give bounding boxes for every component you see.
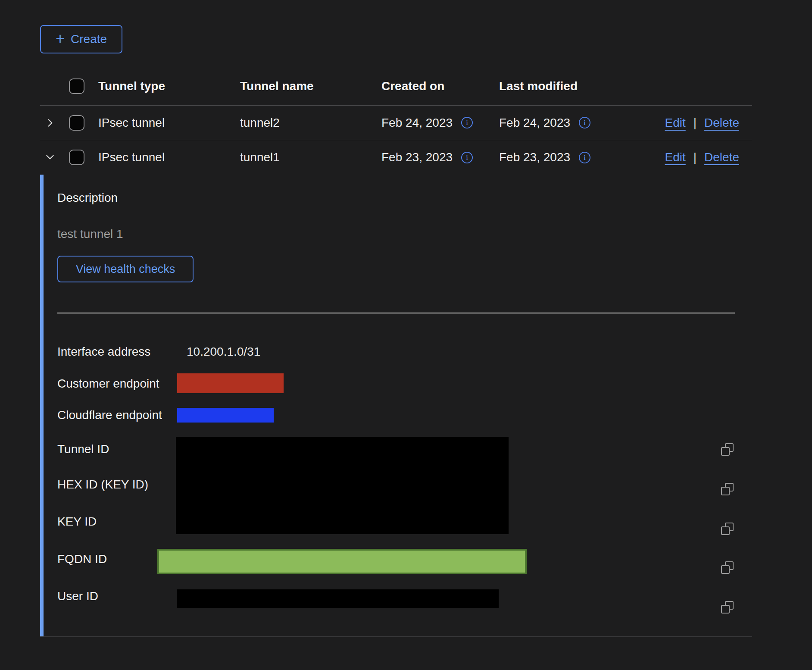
- interface-address-label: Interface address: [57, 344, 150, 359]
- action-separator: |: [693, 116, 696, 130]
- view-health-checks-button[interactable]: View health checks: [57, 256, 194, 282]
- key-id-label: KEY ID: [57, 514, 97, 529]
- row-checkbox-tunnel1[interactable]: [69, 150, 84, 165]
- panel-bottom-divider: [40, 636, 752, 637]
- customer-endpoint-label: Customer endpoint: [57, 376, 159, 391]
- create-button-label: Create: [71, 32, 107, 46]
- cell-tunnel-type: IPsec tunnel: [98, 116, 240, 130]
- expanded-row-accent-bar: [40, 175, 44, 637]
- cell-tunnel-name: tunnel2: [240, 116, 381, 130]
- plus-icon: +: [56, 31, 65, 47]
- interface-address-value: 10.200.1.0/31: [187, 344, 260, 359]
- delete-link-tunnel2[interactable]: Delete: [704, 116, 739, 130]
- section-divider: [57, 313, 735, 313]
- header-tunnel-name: Tunnel name: [240, 79, 381, 93]
- copy-icon-hex-id[interactable]: [721, 483, 734, 496]
- header-tunnel-type: Tunnel type: [98, 79, 240, 93]
- copy-icon-key-id[interactable]: [721, 523, 734, 536]
- customer-endpoint-redacted-value: [177, 373, 284, 393]
- copy-icon-user-id[interactable]: [721, 601, 734, 614]
- table-header-row: Tunnel type Tunnel name Created on Last …: [40, 67, 752, 106]
- cell-last-modified: Feb 23, 2023: [499, 150, 570, 164]
- ids-redacted-value: [176, 437, 509, 534]
- fqdn-id-redacted-value: [157, 549, 527, 574]
- cell-created-on: Feb 23, 2023: [381, 150, 453, 164]
- create-button[interactable]: + Create: [40, 25, 122, 53]
- header-last-modified: Last modified: [499, 79, 654, 93]
- user-id-redacted-value: [177, 589, 499, 608]
- user-id-label: User ID: [57, 589, 98, 604]
- select-all-checkbox[interactable]: [69, 78, 84, 94]
- edit-link-tunnel1[interactable]: Edit: [665, 150, 686, 164]
- chevron-right-icon[interactable]: [44, 117, 56, 128]
- cell-tunnel-type: IPsec tunnel: [98, 150, 240, 164]
- info-icon[interactable]: i: [579, 117, 590, 128]
- header-created-on: Created on: [381, 79, 499, 93]
- table-row-tunnel1: IPsec tunnel tunnel1 Feb 23, 2023 i Feb …: [40, 140, 752, 175]
- tunnel-detail-panel: Description test tunnel 1 View health ch…: [40, 175, 752, 637]
- action-separator: |: [693, 150, 696, 164]
- row-checkbox-tunnel2[interactable]: [69, 115, 84, 131]
- tunnel-id-label: Tunnel ID: [57, 442, 109, 457]
- cloudflare-endpoint-redacted-value: [177, 408, 274, 423]
- edit-link-tunnel2[interactable]: Edit: [665, 116, 686, 130]
- chevron-down-icon[interactable]: [44, 152, 56, 163]
- info-icon[interactable]: i: [461, 152, 473, 163]
- info-icon[interactable]: i: [579, 152, 590, 163]
- cloudflare-endpoint-label: Cloudflare endpoint: [57, 408, 162, 423]
- info-icon[interactable]: i: [461, 117, 473, 128]
- cell-created-on: Feb 24, 2023: [381, 116, 453, 130]
- table-row-tunnel2: IPsec tunnel tunnel2 Feb 24, 2023 i Feb …: [40, 106, 752, 140]
- fqdn-id-label: FQDN ID: [57, 552, 107, 567]
- cell-tunnel-name: tunnel1: [240, 150, 381, 164]
- copy-icon-tunnel-id[interactable]: [721, 443, 734, 457]
- hex-id-label: HEX ID (KEY ID): [57, 477, 148, 492]
- description-value: test tunnel 1: [57, 227, 123, 241]
- copy-icon-fqdn-id[interactable]: [721, 561, 734, 575]
- cell-last-modified: Feb 24, 2023: [499, 116, 570, 130]
- description-label: Description: [57, 191, 118, 205]
- delete-link-tunnel1[interactable]: Delete: [704, 150, 739, 164]
- tunnel-table: Tunnel type Tunnel name Created on Last …: [40, 67, 752, 175]
